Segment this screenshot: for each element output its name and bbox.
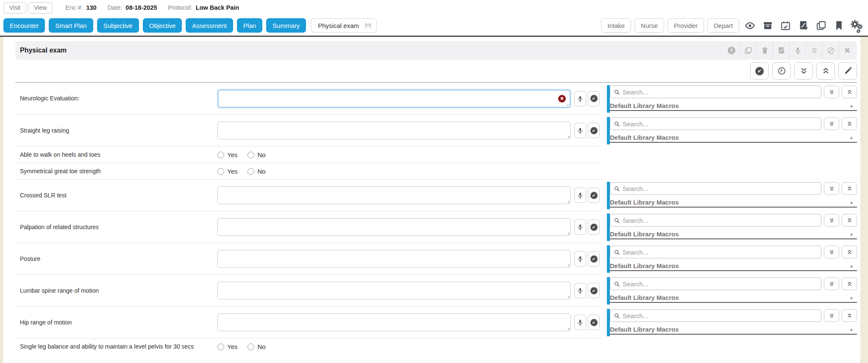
tab-objective[interactable]: Objective [143, 18, 182, 33]
expand-all-button[interactable] [824, 214, 839, 227]
microphone-button[interactable] [574, 283, 586, 298]
bookmark-icon[interactable] [832, 18, 846, 33]
copy-icon[interactable] [814, 18, 828, 33]
depart-button[interactable]: Depart [707, 18, 739, 33]
tab-smart-plan[interactable]: Smart Plan [49, 18, 93, 33]
settings-gears-icon[interactable] [849, 18, 864, 33]
confirm-button[interactable]: ✔ [588, 188, 600, 203]
expand-all-button[interactable] [824, 277, 839, 290]
straight-leg-raising-textarea[interactable] [217, 122, 571, 139]
collapse-all-button[interactable] [816, 62, 835, 80]
macro-search-input[interactable] [623, 120, 818, 127]
confirm-button[interactable]: ✔ [588, 283, 600, 298]
tab-subjective[interactable]: Subjective [97, 18, 139, 33]
macro-search-input[interactable] [623, 185, 818, 192]
chevron-double-down-icon[interactable] [806, 41, 822, 60]
microphone-button[interactable] [574, 219, 586, 235]
microphone-button[interactable] [574, 315, 586, 330]
radio-circle[interactable] [217, 344, 224, 350]
resize-grip[interactable] [566, 134, 570, 138]
collapse-all-button[interactable] [842, 86, 857, 98]
macro-group-header[interactable]: Default Library Macros ▲ [610, 293, 857, 303]
expand-all-button[interactable] [824, 182, 839, 195]
microphone-button[interactable] [574, 91, 586, 106]
palpation-textarea[interactable] [217, 218, 571, 236]
lumbar-rom-textarea[interactable] [217, 282, 571, 299]
expand-all-button[interactable] [824, 309, 839, 322]
edit-pencil-button[interactable] [838, 62, 857, 80]
confirm-button[interactable]: ✔ [588, 91, 600, 106]
check-circle-button[interactable]: ✔ [750, 62, 769, 80]
provider-button[interactable]: Provider [668, 18, 704, 33]
expand-all-button[interactable] [824, 246, 839, 258]
macro-search-input[interactable] [623, 280, 818, 288]
visit-button[interactable]: Visit [3, 2, 26, 14]
radio-circle[interactable] [217, 168, 224, 175]
resize-grip[interactable] [566, 326, 570, 330]
macro-search-input[interactable] [623, 312, 818, 319]
radio-circle[interactable] [248, 344, 254, 350]
microphone-button[interactable] [574, 123, 586, 138]
microphone-icon[interactable] [789, 41, 806, 60]
macro-search-input[interactable] [623, 217, 818, 224]
resize-grip[interactable] [565, 102, 569, 106]
microphone-button[interactable] [574, 251, 586, 266]
macro-group-header[interactable]: Default Library Macros ▲ [610, 324, 857, 335]
confirm-button[interactable]: ✔ [588, 251, 600, 266]
journal-icon[interactable] [796, 18, 810, 33]
slash-circle-icon[interactable] [822, 41, 839, 60]
radio-no[interactable]: No [248, 343, 265, 350]
collapse-all-button[interactable] [842, 246, 857, 258]
intake-button[interactable]: Intake [601, 18, 631, 33]
save-icon[interactable] [364, 22, 372, 30]
radio-no[interactable]: No [248, 168, 265, 175]
posture-textarea[interactable] [217, 250, 571, 268]
macro-search-input[interactable] [623, 89, 818, 96]
microphone-button[interactable] [574, 188, 586, 203]
macro-group-header[interactable]: Default Library Macros ▲ [610, 101, 857, 111]
crossed-slr-test-textarea[interactable] [217, 186, 571, 204]
tab-summary[interactable]: Summary [266, 18, 306, 33]
macro-group-header[interactable]: Default Library Macros ▲ [610, 261, 857, 271]
eye-icon[interactable] [743, 18, 757, 33]
radio-yes[interactable]: Yes [217, 151, 237, 158]
resize-grip[interactable] [566, 231, 570, 235]
macro-group-header[interactable]: Default Library Macros ▲ [610, 197, 857, 208]
calendar-check-icon[interactable] [778, 18, 793, 33]
radio-circle[interactable] [248, 152, 254, 158]
copy-icon[interactable] [740, 41, 756, 60]
collapse-all-button[interactable] [842, 277, 857, 290]
tab-assessment[interactable]: Assessment [186, 18, 233, 33]
view-button[interactable]: View [28, 2, 53, 14]
expand-all-button[interactable] [824, 117, 839, 130]
neurologic-evaluation-textarea[interactable]: ✖ [217, 89, 571, 108]
collapse-all-button[interactable] [842, 309, 857, 322]
collapse-all-button[interactable] [842, 117, 857, 130]
question-circle-icon[interactable]: ? [723, 41, 740, 60]
history-clock-button[interactable] [772, 62, 791, 80]
tab-encounter[interactable]: Encounter [3, 18, 45, 33]
radio-yes[interactable]: Yes [217, 343, 237, 350]
macro-group-header[interactable]: Default Library Macros ▲ [610, 133, 857, 143]
macro-search-input[interactable] [623, 249, 818, 256]
radio-circle[interactable] [217, 152, 224, 158]
hip-rom-textarea[interactable] [217, 313, 571, 331]
radio-no[interactable]: No [248, 151, 265, 158]
confirm-button[interactable]: ✔ [588, 219, 600, 235]
confirm-button[interactable]: ✔ [588, 123, 600, 138]
collapse-all-button[interactable] [842, 182, 857, 195]
resize-grip[interactable] [566, 294, 570, 298]
radio-circle[interactable] [248, 168, 254, 175]
tab-plan[interactable]: Plan [237, 18, 262, 33]
nurse-button[interactable]: Nurse [634, 18, 664, 33]
confirm-button[interactable]: ✔ [588, 315, 600, 330]
journal-icon[interactable] [773, 41, 789, 60]
resize-grip[interactable] [566, 263, 570, 266]
trash-icon[interactable] [756, 41, 773, 60]
close-icon[interactable]: ✖ [839, 41, 855, 60]
radio-yes[interactable]: Yes [217, 168, 237, 175]
expand-all-button[interactable] [824, 86, 839, 98]
expand-all-button[interactable] [794, 62, 813, 80]
macro-group-header[interactable]: Default Library Macros ▲ [610, 229, 857, 239]
archive-box-icon[interactable] [760, 18, 775, 33]
